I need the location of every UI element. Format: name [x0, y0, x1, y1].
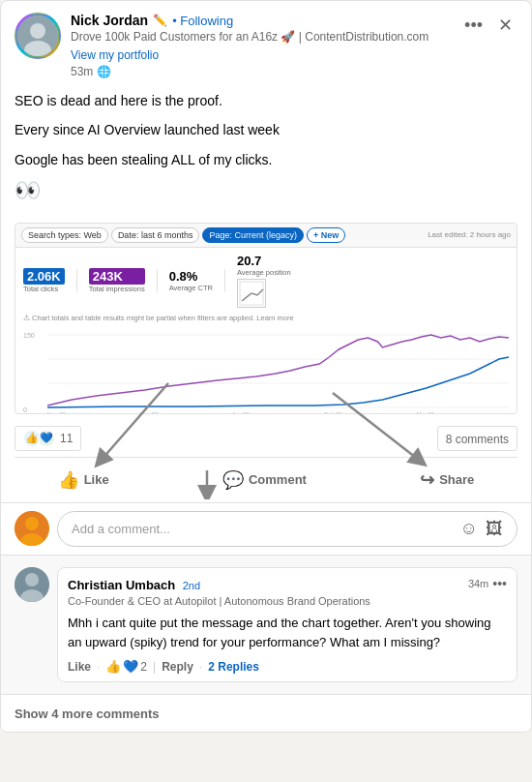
comment-reply-button[interactable]: Reply — [162, 660, 193, 674]
post-content: SEO is dead and here is the proof. Every… — [1, 84, 531, 223]
metric-ctr-label: Average CTR — [169, 284, 213, 292]
comment-item: Christian Umbach 2nd 34m ••• Co-Founder … — [15, 567, 517, 682]
post-time: 53m — [71, 65, 93, 78]
current-user-avatar — [15, 511, 49, 546]
chart-tab-new[interactable]: + New — [307, 227, 345, 243]
avatar-ring — [15, 13, 61, 59]
metric-divider-3 — [224, 269, 225, 292]
metric-position-value: 20.7 — [237, 254, 291, 268]
comment-section: Christian Umbach 2nd 34m ••• Co-Founder … — [1, 555, 531, 694]
share-label: Share — [439, 472, 474, 487]
name-row: Nick Jordan ✏️ • Following — [71, 13, 450, 28]
metric-clicks-label: Total clicks — [23, 285, 65, 293]
author-avatar-wrapper — [15, 13, 61, 59]
svg-point-19 — [25, 517, 39, 530]
comment-placeholder: Add a comment... — [72, 522, 460, 536]
post-header: Nick Jordan ✏️ • Following Drove 100k Pa… — [1, 1, 531, 84]
comment-text: Mhh i cant quite put the message and the… — [68, 614, 507, 651]
commenter-title: Co-Founder & CEO at Autopilot | Autonomo… — [68, 594, 507, 608]
commenter-avatar — [15, 567, 49, 602]
reactions-comments-row: 👍 💙 11 8 comments — [1, 422, 531, 455]
metric-clicks-value: 2.06K — [23, 268, 65, 285]
comment-button[interactable]: 💬 Comment — [209, 462, 320, 498]
comments-count: 8 comments — [446, 433, 509, 446]
comment-icon: 💬 — [222, 469, 244, 491]
chart-bottom-area: 👍 💙 11 8 comments — [1, 422, 531, 455]
reactions-left: 👍 💙 11 — [15, 426, 81, 451]
comment-actions-row: Like · 👍 💙 2 | Reply · 2 Replies — [68, 659, 507, 674]
svg-text:Dec 20: Dec 20 — [139, 411, 159, 414]
post-text: SEO is dead and here is the proof. Every… — [15, 90, 517, 170]
header-actions: ••• ✕ — [459, 13, 517, 38]
post-emoji: 👀 — [15, 178, 517, 203]
svg-text:150: 150 — [23, 332, 35, 339]
comment-input-container[interactable]: Add a comment... ☺ 🖼 — [57, 511, 517, 547]
comment-heart-icon: 💙 — [123, 659, 138, 674]
chart-area: 150 0 Nov 20 Dec 20 Jan 21 Feb 21 Mar 21 — [15, 326, 517, 413]
close-button[interactable]: ✕ — [493, 13, 517, 38]
chart-tab-page[interactable]: Page: Current (legacy) — [202, 227, 304, 243]
post-line-1: SEO is dead and here is the proof. — [15, 90, 517, 111]
like-label: Like — [84, 472, 109, 487]
avatar-image — [17, 15, 58, 56]
emoji-picker-icon[interactable]: ☺ — [460, 519, 478, 539]
reaction-count: 11 — [60, 432, 73, 445]
metric-position-chart — [237, 279, 266, 308]
post-line-3: Google has been stealing ALL of my click… — [15, 149, 517, 170]
comment-like-icon: 👍 — [105, 659, 121, 674]
metric-impressions-value: 243K — [89, 268, 145, 285]
metric-ctr-value: 0.8% — [169, 269, 213, 284]
like-icon: 👍 — [58, 469, 79, 491]
chart-note: ⚠ Chart totals and table results might b… — [15, 314, 517, 326]
portfolio-link[interactable]: View my portfolio — [71, 48, 159, 62]
globe-icon: 🌐 — [97, 65, 111, 78]
metric-clicks: 2.06K Total clicks — [23, 268, 65, 293]
current-user-avatar-svg — [15, 511, 49, 546]
post-line-2: Every since AI Overview launched last we… — [15, 119, 517, 140]
like-button[interactable]: 👍 Like — [44, 462, 123, 498]
comment-like-button[interactable]: Like — [68, 660, 91, 674]
commenter-name-area: Christian Umbach 2nd — [68, 576, 200, 593]
metric-ctr: 0.8% Average CTR — [169, 269, 213, 292]
following-badge: • Following — [172, 14, 233, 28]
chart-svg: 150 0 Nov 20 Dec 20 Jan 21 Feb 21 Mar 21 — [23, 330, 509, 414]
chart-tab-date[interactable]: Date: last 6 months — [111, 227, 200, 243]
comment-header-row: Christian Umbach 2nd 34m ••• — [68, 576, 507, 593]
separator-2: | — [153, 660, 156, 674]
comment-more-icon: ••• — [492, 576, 507, 591]
more-options-button[interactable]: ••• — [459, 14, 488, 38]
metric-position-label: Average position — [237, 268, 291, 277]
analytics-chart-container: Search types: Web Date: last 6 months Pa… — [15, 223, 517, 414]
comment-input-icons: ☺ 🖼 — [460, 519, 503, 539]
commenter-avatar-svg — [15, 567, 49, 602]
share-button[interactable]: ↪ Share — [406, 462, 488, 498]
linkedin-post-card: Nick Jordan ✏️ • Following Drove 100k Pa… — [0, 0, 532, 733]
metric-impressions: 243K Total impressions — [89, 268, 145, 293]
media-attach-icon[interactable]: 🖼 — [486, 519, 503, 539]
edit-icon: ✏️ — [153, 14, 167, 27]
comment-reactions: 👍 💙 2 — [105, 659, 147, 674]
comment-bubble: Christian Umbach 2nd 34m ••• Co-Founder … — [57, 567, 517, 682]
svg-text:Nov 20: Nov 20 — [47, 411, 67, 414]
separator-1: · — [97, 660, 100, 674]
metric-divider-1 — [76, 269, 77, 292]
svg-point-1 — [30, 23, 45, 39]
reaction-icons: 👍 💙 — [23, 430, 55, 447]
avatar-svg — [17, 15, 58, 56]
show-more-button[interactable]: Show 4 more comments — [15, 707, 160, 721]
chart-tabs: Search types: Web Date: last 6 months Pa… — [15, 224, 517, 248]
time-row: 53m 🌐 — [71, 65, 450, 78]
author-info: Nick Jordan ✏️ • Following Drove 100k Pa… — [71, 13, 450, 78]
separator-3: · — [199, 660, 202, 674]
commenter-name: Christian Umbach — [68, 578, 175, 592]
chart-metrics: 2.06K Total clicks 243K Total impression… — [15, 248, 517, 314]
comments-count-box: 8 comments — [437, 426, 517, 451]
svg-text:Feb 21: Feb 21 — [324, 411, 342, 414]
commenter-connection: 2nd — [183, 580, 200, 591]
chart-last-edited: Last edited: 2 hours ago — [428, 230, 511, 239]
metric-position: 20.7 Average position — [237, 254, 291, 308]
metric-impressions-label: Total impressions — [89, 285, 145, 293]
action-buttons: 👍 Like 💬 Comment ↪ Share — [1, 458, 531, 502]
chart-tab-search[interactable]: Search types: Web — [21, 227, 108, 243]
svg-text:Jan 21: Jan 21 — [232, 411, 251, 414]
